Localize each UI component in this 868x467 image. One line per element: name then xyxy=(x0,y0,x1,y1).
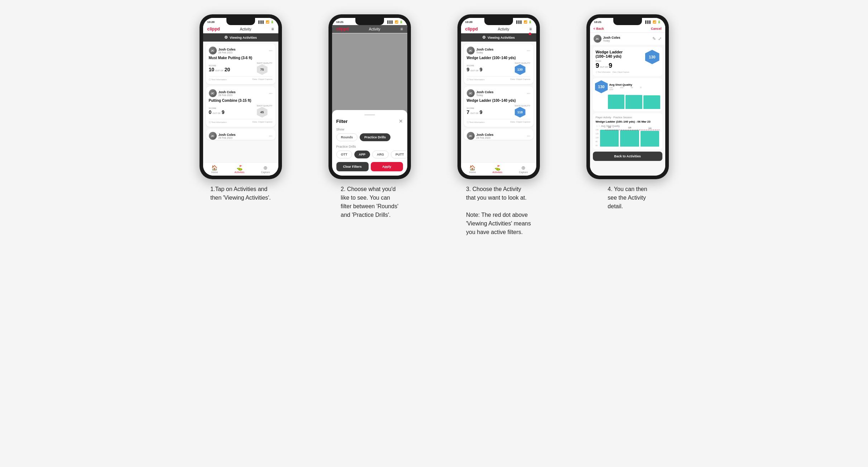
user-name-3-3: Josh Coles xyxy=(476,133,494,137)
phone-column-2: 13:21 ▌▌▌ 📶 🔋 clippd Activity ≡ xyxy=(312,14,427,237)
wifi-icon-4: 📶 xyxy=(653,20,656,24)
test-info-1-2: ⓘ Test Information xyxy=(209,121,227,124)
player-activity-4: Player Activity · Practice Session Wedge… xyxy=(593,113,662,149)
battery-icon-2: 🔋 xyxy=(399,20,403,24)
sq-hex-1-2: 45 xyxy=(257,107,268,118)
card-header-3-1: JC Josh Coles Today ··· xyxy=(467,47,531,54)
cancel-button-4[interactable]: Cancel xyxy=(651,27,662,30)
nav-home-1[interactable]: 🏠 Home xyxy=(211,165,218,173)
chart-info-4: Avg Shot Quality 130 100 50 0 APP xyxy=(609,83,642,91)
apply-button-2[interactable]: Apply xyxy=(371,162,403,171)
nav-home-3[interactable]: 🏠 Home xyxy=(469,165,476,173)
filter-icon-3: ⚙ xyxy=(482,35,486,40)
card-header-1-2: JC Josh Coles 28 Feb 2023 ··· xyxy=(209,89,273,97)
y-120: 120 xyxy=(596,133,599,135)
pill-arg-2[interactable]: ARG xyxy=(372,151,389,158)
user-info-3-1: JC Josh Coles Today xyxy=(467,47,494,54)
pill-app-2[interactable]: APP xyxy=(354,151,370,158)
battery-icon-1: 🔋 xyxy=(270,20,274,24)
user-info-1-2: JC Josh Coles 28 Feb 2023 xyxy=(209,89,236,97)
phone-frame-1: 13:20 ▌▌▌ 📶 🔋 clippd Activity ≡ ⚙ Vi xyxy=(200,14,282,179)
filter-close-2[interactable]: ✕ xyxy=(399,118,403,124)
score-block-1-2: Score 0 OUT OF 9 xyxy=(209,107,225,115)
avatar-3-1: JC xyxy=(467,47,475,54)
hamburger-icon-2[interactable]: ≡ xyxy=(400,27,403,32)
sq-block-1-2: Shot Quality 45 xyxy=(257,105,273,118)
status-icons-4: ▌▌▌ 📶 🔋 xyxy=(645,20,661,24)
avatar-1-2: JC xyxy=(209,89,217,97)
nav-capture-1[interactable]: ⊕ Capture xyxy=(261,165,270,173)
pill-practice-2[interactable]: Practice Drills xyxy=(360,133,390,141)
capture-icon-3: ⊕ xyxy=(521,165,526,171)
detail-score-4: 9 xyxy=(596,62,599,70)
hamburger-icon-3[interactable]: ≡ xyxy=(529,27,532,32)
user-info-1-3: JC Josh Coles 28 Feb 2023 xyxy=(209,132,236,140)
bar-1-4 xyxy=(608,95,625,109)
user-date-1-3: 28 Feb 2023 xyxy=(219,137,236,139)
activity-title-3-2: Wedge Ladder (100–140 yds) xyxy=(467,99,531,103)
nav-capture-3[interactable]: ⊕ Capture xyxy=(519,165,528,173)
status-icons-2: ▌▌▌ 📶 🔋 xyxy=(387,20,403,24)
pill-rounds-2[interactable]: Rounds xyxy=(336,133,358,141)
clear-filters-button-2[interactable]: Clear Filters xyxy=(336,162,369,171)
activity-card-1-3[interactable]: JC Josh Coles 28 Feb 2023 ··· xyxy=(206,129,275,140)
back-button-4[interactable]: < Back xyxy=(594,27,604,30)
user-meta-3-1: Josh Coles Today xyxy=(476,48,494,54)
nav-activities-3[interactable]: ⛳ Activities xyxy=(493,165,503,173)
more-icon-3-2[interactable]: ··· xyxy=(527,91,530,96)
sq-label-1-2: Shot Quality xyxy=(257,105,273,107)
outof-value-3-2: 9 xyxy=(480,109,483,115)
activity-list-1: JC Josh Coles 28 Feb 2023 ··· Must Make … xyxy=(203,42,278,162)
signal-icon-3: ▌▌▌ xyxy=(516,20,522,24)
filter-buttons-2: Clear Filters Apply xyxy=(336,162,403,171)
activities-icon-1: ⛳ xyxy=(236,165,243,171)
activity-card-1-1[interactable]: JC Josh Coles 28 Feb 2023 ··· Must Make … xyxy=(206,44,275,84)
viewing-activities-bar-1[interactable]: ⚙ Viewing Activities xyxy=(203,33,278,42)
more-icon-1-2[interactable]: ··· xyxy=(269,91,272,96)
detail-sq-hex-4: 130 xyxy=(645,50,660,64)
bar-2-4 xyxy=(625,95,642,109)
caption-2: 2. Choose what you'dlike to see. You can… xyxy=(341,185,398,219)
data-source-1-2: Data: Clippd Capture xyxy=(252,121,272,124)
caption-3: 3. Choose the Activitythat you want to l… xyxy=(466,185,531,237)
activities-icon-3: ⛳ xyxy=(494,165,500,171)
pill-putt-2[interactable]: PUTT xyxy=(391,151,407,158)
phone-notch-3 xyxy=(484,18,513,25)
expand-icon-4[interactable]: ⤢ xyxy=(658,36,662,41)
filter-handle-2 xyxy=(364,114,375,115)
more-icon-3-1[interactable]: ··· xyxy=(527,48,530,53)
detail-header-4: < Back Cancel xyxy=(590,25,665,33)
more-icon-1-3[interactable]: ··· xyxy=(269,133,272,138)
activity-card-3-2[interactable]: JC Josh Coles Today ··· Wedge Ladder (10… xyxy=(464,86,533,127)
nav-activities-1[interactable]: ⛳ Activities xyxy=(235,165,245,173)
stats-row-1-1: Score 10 OUT OF 20 Shot Quality 75 xyxy=(209,62,273,75)
back-to-activities-4[interactable]: Back to Activities xyxy=(593,152,662,161)
bottom-nav-3: 🏠 Home ⛳ Activities ⊕ Capture xyxy=(461,162,536,176)
hamburger-icon-1[interactable]: ≡ xyxy=(271,27,274,32)
test-info-3-2: ⓘ Test Information xyxy=(467,121,485,124)
more-icon-3-3[interactable]: ··· xyxy=(527,133,530,138)
activity-card-3-3[interactable]: JC Josh Coles 28 Feb 2023 ··· xyxy=(464,129,533,140)
edit-icon-4[interactable]: ✎ xyxy=(652,36,656,41)
nav-bar-3: clippd Activity ≡ xyxy=(461,25,536,33)
score-summary-left-4: Wedge Ladder(100–140 yds) Score 9 OUT OF… xyxy=(596,50,623,70)
phone-column-1: 13:20 ▌▌▌ 📶 🔋 clippd Activity ≡ ⚙ Vi xyxy=(183,14,298,237)
user-meta-1-2: Josh Coles 28 Feb 2023 xyxy=(219,90,236,96)
card-header-3-2: JC Josh Coles Today ··· xyxy=(467,89,531,97)
data-source-1-1: Data: Clippd Capture xyxy=(252,78,272,81)
card-header-3-3: JC Josh Coles 28 Feb 2023 ··· xyxy=(467,132,531,140)
user-date-1-1: 28 Feb 2023 xyxy=(219,51,236,54)
viewing-activities-bar-3[interactable]: ⚙ Viewing Activities xyxy=(461,33,536,42)
activity-card-3-1[interactable]: JC Josh Coles Today ··· Wedge Ladder (10… xyxy=(464,44,533,84)
pill-ott-2[interactable]: OTT xyxy=(336,151,352,158)
y-axis-4: 140 120 100 80 60 xyxy=(596,129,599,147)
more-icon-1-1[interactable]: ··· xyxy=(269,48,272,53)
nav-title-1: Activity xyxy=(240,27,251,31)
detail-activity-title-4: Wedge Ladder(100–140 yds) xyxy=(596,50,623,58)
activity-card-1-2[interactable]: JC Josh Coles 28 Feb 2023 ··· Putting Co… xyxy=(206,86,275,127)
nav-title-3: Activity xyxy=(498,27,509,31)
bars-row-4 xyxy=(595,95,660,109)
small-bar-3: 124 xyxy=(641,131,660,147)
detail-actions-4: ✎ ⤢ xyxy=(652,36,662,41)
activity-title-1-1: Must Make Putting (3-6 ft) xyxy=(209,56,273,60)
